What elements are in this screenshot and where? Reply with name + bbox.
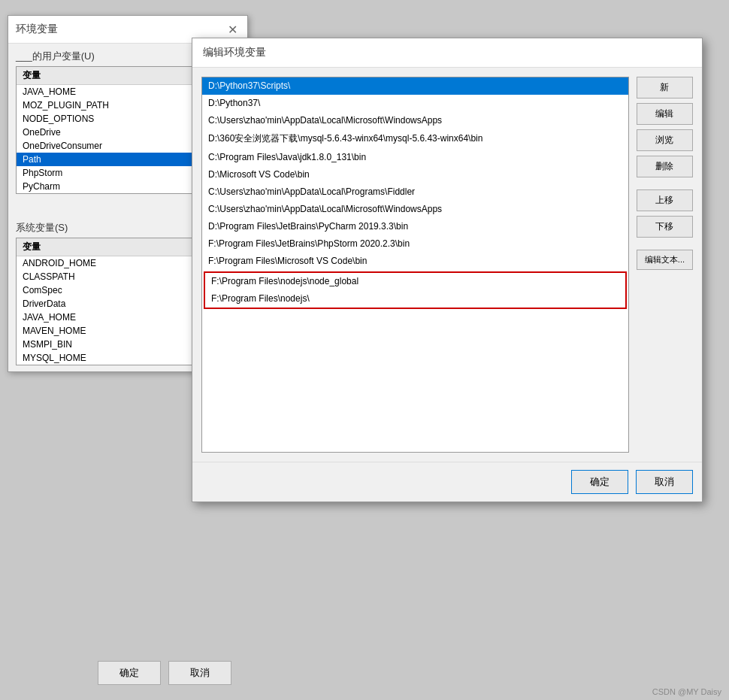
delete-button[interactable]: 删除 [637, 156, 693, 177]
path-item-2[interactable]: C:\Users\zhao'min\AppData\Local\Microsof… [202, 112, 628, 129]
edit-dialog-body: D:\Python37\Scripts\ D:\Python37\ C:\Use… [192, 68, 702, 462]
path-item-6[interactable]: C:\Users\zhao'min\AppData\Local\Programs… [202, 183, 628, 201]
edit-text-button[interactable]: 编辑文本... [637, 250, 693, 270]
browse-button[interactable]: 浏览 [637, 129, 693, 151]
path-item-9[interactable]: F:\Program Files\JetBrains\PhpStorm 2020… [202, 235, 628, 253]
main-bottom-buttons: 确定 取消 [98, 661, 231, 685]
path-item-1[interactable]: D:\Python37\ [202, 95, 628, 112]
edit-button[interactable]: 编辑 [637, 103, 693, 125]
new-button[interactable]: 新 [637, 77, 693, 98]
path-item-7[interactable]: C:\Users\zhao'min\AppData\Local\Microsof… [202, 201, 628, 218]
main-cancel-button[interactable]: 取消 [168, 661, 231, 685]
red-highlighted-box: F:\Program Files\nodejs\node_global F:\P… [204, 271, 627, 309]
path-item-3[interactable]: D:\360安全浏览器下载\mysql-5.6.43-winx64\mysql-… [202, 129, 628, 149]
path-item-4[interactable]: C:\Program Files\Java\jdk1.8.0_131\bin [202, 149, 628, 166]
dialog-cancel-button[interactable]: 取消 [636, 470, 693, 494]
path-item-11[interactable]: F:\Program Files\nodejs\node_global [205, 273, 625, 290]
path-item-0[interactable]: D:\Python37\Scripts\ [202, 77, 628, 95]
move-down-button[interactable]: 下移 [637, 216, 693, 238]
path-list[interactable]: D:\Python37\Scripts\ D:\Python37\ C:\Use… [201, 77, 629, 453]
path-item-5[interactable]: D:\Microsoft VS Code\bin [202, 166, 628, 183]
path-item-8[interactable]: D:\Program Files\JetBrains\PyCharm 2019.… [202, 218, 628, 235]
path-item-12[interactable]: F:\Program Files\nodejs\ [205, 290, 625, 308]
main-ok-button[interactable]: 确定 [98, 661, 161, 685]
edit-dialog-title: 编辑环境变量 [192, 38, 702, 68]
path-item-10[interactable]: F:\Program Files\Microsoft VS Code\bin [202, 253, 628, 270]
dialog-action-buttons: 新 编辑 浏览 删除 上移 下移 编辑文本... [637, 77, 693, 453]
main-window-title: 环境变量 [16, 23, 58, 36]
watermark: CSDN @MY Daisy [652, 687, 721, 696]
move-up-button[interactable]: 上移 [637, 189, 693, 211]
edit-env-dialog: 编辑环境变量 D:\Python37\Scripts\ D:\Python37\… [192, 38, 703, 502]
close-button[interactable]: ✕ [225, 22, 240, 37]
dialog-confirm-area: 确定 取消 [192, 462, 702, 502]
dialog-ok-button[interactable]: 确定 [571, 470, 628, 494]
